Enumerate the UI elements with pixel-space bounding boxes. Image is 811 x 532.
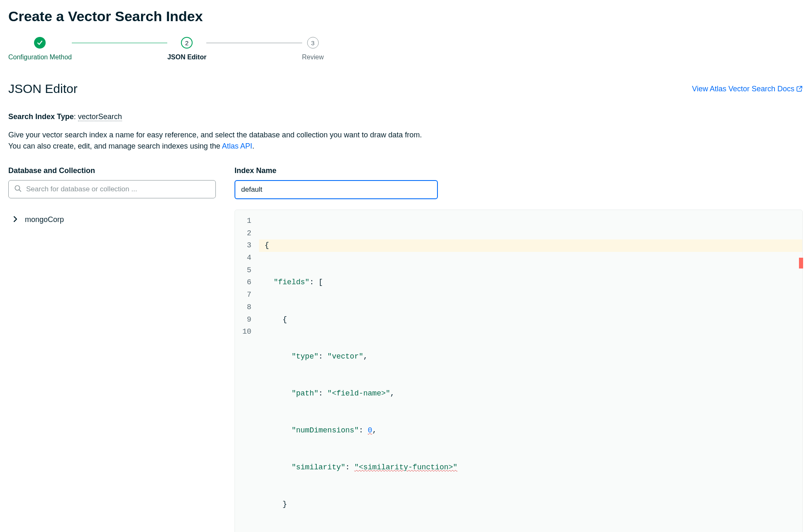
step-label: JSON Editor bbox=[167, 54, 206, 61]
db-collection-search-input[interactable] bbox=[8, 180, 216, 198]
tree-item-mongocorp[interactable]: mongoCorp bbox=[8, 213, 216, 227]
section-header: JSON Editor View Atlas Vector Search Doc… bbox=[8, 82, 803, 96]
section-title: JSON Editor bbox=[8, 82, 78, 96]
json-editor[interactable]: 1 2 3 4 5 6 7 8 9 10 { "fields": [ { "ty… bbox=[235, 210, 803, 532]
step-connector bbox=[72, 43, 167, 43]
description-text: Give your vector search index a name for… bbox=[8, 129, 432, 152]
step-review[interactable]: 3 Review bbox=[302, 37, 324, 61]
chevron-right-icon bbox=[13, 215, 17, 224]
step-circle-current: 2 bbox=[181, 37, 193, 49]
index-name-label: Index Name bbox=[235, 166, 803, 175]
step-label: Configuration Method bbox=[8, 54, 72, 61]
external-link-icon bbox=[796, 85, 803, 92]
atlas-api-link[interactable]: Atlas API bbox=[222, 142, 252, 150]
page-title: Create a Vector Search Index bbox=[8, 8, 803, 24]
db-collection-tree: mongoCorp bbox=[8, 213, 216, 227]
line-number-gutter: 1 2 3 4 5 6 7 8 9 10 bbox=[235, 210, 259, 532]
docs-link-text: View Atlas Vector Search Docs bbox=[692, 85, 794, 93]
index-type-label: Search Index Type bbox=[8, 112, 74, 121]
step-connector bbox=[206, 43, 302, 43]
step-configuration-method[interactable]: Configuration Method bbox=[8, 37, 72, 61]
code-body[interactable]: { "fields": [ { "type": "vector", "path"… bbox=[259, 210, 802, 532]
step-circle-completed bbox=[34, 37, 46, 49]
index-type-value: vectorSearch bbox=[78, 112, 122, 121]
error-marker bbox=[799, 258, 803, 268]
docs-link[interactable]: View Atlas Vector Search Docs bbox=[692, 85, 803, 93]
db-collection-label: Database and Collection bbox=[8, 166, 216, 175]
tree-item-label: mongoCorp bbox=[25, 215, 64, 224]
step-circle-upcoming: 3 bbox=[307, 37, 319, 49]
index-name-input[interactable] bbox=[235, 180, 438, 199]
index-type-line: Search Index Type: vectorSearch bbox=[8, 112, 803, 121]
stepper: Configuration Method 2 JSON Editor 3 Rev… bbox=[8, 37, 324, 61]
step-json-editor[interactable]: 2 JSON Editor bbox=[167, 37, 206, 61]
search-icon bbox=[14, 185, 22, 194]
check-icon bbox=[37, 39, 43, 46]
step-label: Review bbox=[302, 54, 324, 61]
